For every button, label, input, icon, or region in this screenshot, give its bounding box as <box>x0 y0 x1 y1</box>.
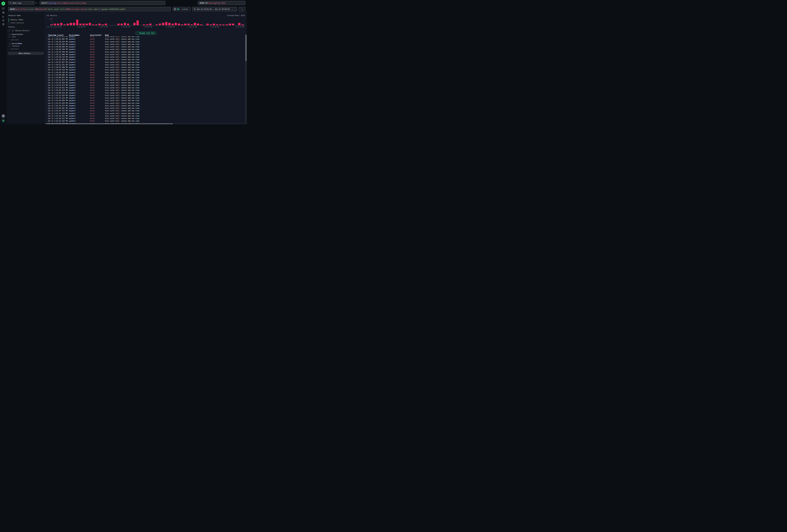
row-expand-chevron-icon[interactable] <box>46 115 47 116</box>
row-expand-chevron-icon[interactable] <box>46 80 47 81</box>
row-expand-chevron-icon[interactable] <box>46 98 47 99</box>
table-row[interactable]: Jun 11 1:53:05.578 PM payment error Visa… <box>45 89 245 92</box>
histogram-bar[interactable] <box>136 20 139 25</box>
user-avatar[interactable]: U <box>2 119 5 123</box>
table-row[interactable]: Jun 11 1:52:25.630 PM payment error Visa… <box>45 102 245 105</box>
gear-icon[interactable] <box>36 2 38 4</box>
search-icon[interactable] <box>9 43 10 44</box>
histogram-bar[interactable] <box>175 23 177 25</box>
table-row[interactable]: Jun 11 1:52:30.469 PM payment error Visa… <box>45 100 245 102</box>
row-expand-chevron-icon[interactable] <box>46 77 47 78</box>
dashboard-icon[interactable] <box>2 23 4 25</box>
row-expand-chevron-icon[interactable] <box>46 105 47 106</box>
column-resize-handle-icon[interactable] <box>68 34 68 36</box>
histogram-bar[interactable] <box>118 24 120 25</box>
column-header-body[interactable]: Body <box>105 34 109 36</box>
vertical-scrollbar[interactable] <box>245 34 247 124</box>
table-row[interactable]: Jun 11 1:53:00.676 PM payment error Visa… <box>45 92 245 94</box>
histogram-bar[interactable] <box>67 24 69 25</box>
histogram-bar[interactable] <box>70 23 72 25</box>
histogram-bar[interactable] <box>98 24 101 25</box>
column-header-timestamp-local[interactable]: Timestamp (Local) <box>48 34 64 36</box>
histogram-bar[interactable] <box>121 24 123 25</box>
source-select[interactable]: Demo Logs <box>8 1 35 5</box>
histogram-bar[interactable] <box>149 24 151 25</box>
query-language-toggle[interactable]: / SQL | Lucene <box>172 7 191 11</box>
horizontal-scrollbar[interactable] <box>45 123 245 124</box>
row-expand-chevron-icon[interactable] <box>46 118 47 119</box>
table-row[interactable]: Jun 11 1:51:57.712 PM payment error Visa… <box>45 110 245 112</box>
table-row[interactable]: Jun 11 1:56:51.975 PM payment error Visa… <box>45 36 245 38</box>
row-expand-chevron-icon[interactable] <box>46 64 47 65</box>
row-expand-chevron-icon[interactable] <box>46 87 47 88</box>
histogram-bar[interactable] <box>162 23 164 25</box>
row-expand-chevron-icon[interactable] <box>46 49 47 50</box>
load-more-button[interactable]: Load more <box>8 39 19 41</box>
histogram-bar[interactable] <box>83 24 85 25</box>
table-row[interactable]: Jun 11 1:51:39.115 PM payment error Visa… <box>45 118 245 120</box>
histogram-bar[interactable] <box>188 24 190 25</box>
table-row[interactable]: Jun 11 1:51:43.121 PM payment error Visa… <box>45 115 245 117</box>
column-header-servicename[interactable]: ServiceName <box>69 34 79 36</box>
row-expand-chevron-icon[interactable] <box>46 44 47 45</box>
chart-icon[interactable] <box>2 15 4 18</box>
table-row[interactable]: Jun 11 1:51:31.415 PM payment error Visa… <box>45 120 245 123</box>
histogram-bar[interactable] <box>172 24 174 25</box>
table-row[interactable]: Jun 11 1:52:51.824 PM payment error Visa… <box>45 94 245 97</box>
table-row[interactable]: Jun 11 1:52:35.232 PM payment error Visa… <box>45 97 245 100</box>
table-row[interactable]: Jun 11 1:53:41.873 PM payment error Visa… <box>45 79 245 82</box>
table-row[interactable]: Jun 11 1:52:19.473 PM payment error Visa… <box>45 105 245 107</box>
where-query-input[interactable]: WHERE SeverityText = 'error' AND Body IL… <box>8 7 171 11</box>
row-expand-chevron-icon[interactable] <box>46 103 47 104</box>
column-resize-handle-icon[interactable] <box>89 34 89 36</box>
histogram-bar[interactable] <box>124 23 126 25</box>
row-expand-chevron-icon[interactable] <box>46 90 47 91</box>
row-expand-chevron-icon[interactable] <box>46 69 47 70</box>
row-expand-chevron-icon[interactable] <box>46 110 47 111</box>
row-expand-chevron-icon[interactable] <box>46 72 47 73</box>
filter-checkbox[interactable] <box>9 45 10 47</box>
filter-checkbox[interactable] <box>9 36 10 38</box>
table-row[interactable]: Jun 11 1:56:32.843 PM payment error Visa… <box>45 43 245 46</box>
column-resize-handle-icon[interactable] <box>103 34 104 36</box>
histogram-bar[interactable] <box>165 22 167 25</box>
row-expand-chevron-icon[interactable] <box>46 41 47 42</box>
table-row[interactable]: Jun 11 1:55:16.296 PM payment error Visa… <box>45 59 245 61</box>
denoise-checkbox[interactable] <box>9 30 10 31</box>
horizontal-scrollbar-thumb[interactable] <box>45 123 173 124</box>
lucene-mode-option[interactable]: Lucene <box>182 8 188 10</box>
help-button[interactable]: ? <box>2 114 5 118</box>
histogram-bar[interactable] <box>178 24 180 25</box>
row-expand-chevron-icon[interactable] <box>46 59 47 60</box>
time-range-picker[interactable]: Jun 11 13:41:52 - Jun 11 13:56:52 <box>192 7 237 11</box>
table-row[interactable]: Jun 11 1:56:42.995 PM payment error Visa… <box>45 38 245 41</box>
histogram-bar[interactable] <box>229 24 231 25</box>
row-expand-chevron-icon[interactable] <box>46 46 47 47</box>
row-expand-chevron-icon[interactable] <box>46 57 47 58</box>
histogram-bar[interactable] <box>159 24 161 25</box>
table-row[interactable]: Jun 11 1:53:26.250 PM payment error Visa… <box>45 82 245 84</box>
table-row[interactable]: Jun 11 1:54:43.948 PM payment error Visa… <box>45 66 245 69</box>
logs-icon[interactable] <box>2 11 4 14</box>
run-query-button[interactable] <box>239 7 245 11</box>
histogram-bar[interactable] <box>127 24 129 25</box>
order-by-input[interactable]: ORDER BY TimestampTime DESC <box>198 1 245 5</box>
table-row[interactable]: Jun 11 1:55:39.324 PM payment error Visa… <box>45 56 245 59</box>
histogram-bar[interactable] <box>86 24 88 25</box>
row-expand-chevron-icon[interactable] <box>46 67 47 68</box>
histogram-bar[interactable] <box>133 23 135 25</box>
histogram-bar[interactable] <box>213 24 215 25</box>
table-row[interactable]: Jun 11 1:53:10.922 PM payment error Visa… <box>45 87 245 89</box>
histogram-bar[interactable] <box>60 23 63 25</box>
histogram-bar[interactable] <box>184 24 186 25</box>
app-logo[interactable] <box>1 1 5 6</box>
table-row[interactable]: Jun 11 1:56:38.534 PM payment error Visa… <box>45 41 245 43</box>
table-row[interactable]: Jun 11 1:53:24.274 PM payment error Visa… <box>45 84 245 87</box>
row-expand-chevron-icon[interactable] <box>46 85 47 86</box>
table-row[interactable]: Jun 11 1:56:03.248 PM payment error Visa… <box>45 48 245 51</box>
histogram-bar[interactable] <box>73 23 75 25</box>
row-expand-chevron-icon[interactable] <box>46 95 47 96</box>
column-header-severitytext[interactable]: SeverityText <box>90 34 101 36</box>
histogram-bar[interactable] <box>54 24 56 25</box>
row-expand-chevron-icon[interactable] <box>46 121 47 122</box>
